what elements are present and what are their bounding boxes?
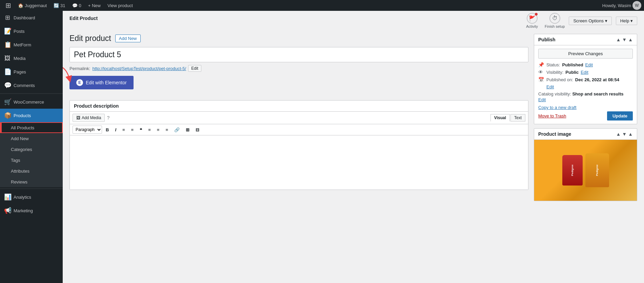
posts-icon: 📝 [4,27,11,35]
products-icon: 📦 [4,112,11,119]
edit-with-elementor-button[interactable]: E Edit with Elementor [69,76,134,89]
marketing-icon: 📢 [4,207,11,214]
sidebar-sub-all-products[interactable]: All Products [0,122,63,133]
sidebar-sub-reviews[interactable]: Reviews [0,176,63,187]
woocommerce-icon: 🛒 [4,98,11,106]
page-header-title: Edit Product [69,13,98,21]
bold-button[interactable]: B [103,126,111,134]
help-question-icon[interactable]: ? [107,115,109,121]
sidebar-sub-categories[interactable]: Categories [0,144,63,155]
sidebar-item-dashboard[interactable]: ⊞ Dashboard [0,11,63,24]
topbar-howdy: Howdy, Wasim W [602,1,641,10]
metform-icon: 📋 [4,41,11,48]
product-img-collapse[interactable]: ▲ [628,131,633,137]
add-media-icon: 🖼 [76,115,80,120]
product-img-bag2: Pedigree [585,153,609,187]
sidebar-item-analytics[interactable]: 📊 Analytics [0,190,63,204]
topbar-updates[interactable]: 🔄 31 [51,0,68,11]
align-left-button[interactable]: ≡ [146,126,153,134]
visual-tab[interactable]: Visual [490,114,510,122]
insert-table-button[interactable]: ⊞ [183,126,192,134]
products-submenu: All Products Add New Categories Tags Att… [0,122,63,187]
move-to-trash-link[interactable]: Move to Trash [538,113,566,118]
topbar-view-product[interactable]: View product [105,0,136,11]
paragraph-select[interactable]: Paragraph [73,126,102,134]
chevron-up-button[interactable]: ▲ [616,37,621,42]
content-area: Edit Product 🚩 Activity ⏱ Finish setup [63,11,644,283]
blockquote-button[interactable]: ❝ [137,126,144,134]
align-center-button[interactable]: ≡ [155,126,162,134]
chevron-down-button[interactable]: ▼ [622,37,627,42]
sidebar-item-pages[interactable]: 📄 Pages [0,65,63,79]
help-button[interactable]: Help ▾ [616,17,637,25]
calendar-icon: 📅 [538,77,544,82]
sidebar-sub-tags[interactable]: Tags [0,155,63,166]
product-desc-header: Product description [70,101,528,112]
visual-text-tabs: Visual Text [490,114,525,122]
align-right-button[interactable]: ≡ [163,126,170,134]
product-image-chevrons: ▲ ▼ ▲ [616,131,633,137]
product-description-box: Product description 🖼 Add Media ? Visual… [69,100,528,190]
format-toolbar: Paragraph B I ≡ ≡ ❝ ≡ ≡ ≡ 🔗 ⊞ ⊟ [70,124,528,135]
publish-box-header: Publish ▲ ▼ ▲ [534,34,637,45]
page-main-title: Edit product [69,34,111,43]
sidebar-item-metform[interactable]: 📋 MetForm [0,38,63,51]
preview-changes-button[interactable]: Preview Changes [538,49,633,59]
status-edit-link[interactable]: Edit [585,62,593,67]
wp-logo-icon[interactable]: ⊞ [3,1,14,9]
fullscreen-button[interactable]: ⊟ [193,126,202,134]
edit-product-area: Edit product Add New Permalink: http://l… [63,28,644,283]
product-title-input[interactable] [69,47,528,62]
product-image-box: Product image ▲ ▼ ▲ Pedigree Pedigree [534,128,637,201]
topbar-new[interactable]: + New [85,0,103,11]
ordered-list-button[interactable]: ≡ [129,126,136,134]
status-icon: 📌 [538,62,544,67]
permalink-row: Permalink: http://localhost/SetupTest/pr… [69,65,528,72]
page-title-row: Edit product Add New [69,34,528,43]
main-column: Edit product Add New Permalink: http://l… [69,34,528,278]
sidebar: ⊞ Dashboard 📝 Posts 📋 MetForm 🖼 Media 📄 … [0,11,63,283]
add-new-button[interactable]: Add New [115,35,141,42]
status-row: 📌 Status: Published Edit [538,62,633,67]
italic-button[interactable]: I [113,126,119,134]
sidebar-sub-add-new[interactable]: Add New [0,133,63,144]
sidebar-item-woocommerce[interactable]: 🛒 WooCommerce [0,95,63,109]
permalink-edit-button[interactable]: Edit [188,65,201,72]
permalink-link[interactable]: http://localhost/SetupTest/product/pet-p… [92,66,186,71]
publish-box-body: Preview Changes 📌 Status: Published Edit… [534,45,637,124]
published-on-row: 📅 Published on: Dec 26, 2022 at 08:54 [538,77,633,82]
elementor-section: E Edit with Elementor [69,76,134,95]
topbar-comments[interactable]: 💬 0 [69,0,84,11]
link-button[interactable]: 🔗 [172,126,182,134]
trash-update-row: Move to Trash Update [538,111,633,121]
topbar-site-name[interactable]: 🏠 Juggernaut [15,0,49,11]
finish-setup-icon: ⏱ [549,13,560,24]
text-tab[interactable]: Text [510,114,525,122]
product-img-bag1: Pedigree [562,155,583,186]
product-img-chevron-down[interactable]: ▼ [622,131,627,137]
product-image-header: Product image ▲ ▼ ▲ [534,129,637,140]
product-img-chevron-up[interactable]: ▲ [616,131,621,137]
add-media-button[interactable]: 🖼 Add Media [73,114,105,122]
sidebar-item-media[interactable]: 🖼 Media [0,51,63,65]
unordered-list-button[interactable]: ≡ [120,126,127,134]
publish-box-chevrons: ▲ ▼ ▲ [616,37,633,42]
sidebar-item-posts[interactable]: 📝 Posts [0,24,63,38]
activity-button[interactable]: 🚩 Activity [526,13,538,28]
sidebar-item-comments[interactable]: 💬 Comments [0,79,63,92]
product-image-preview[interactable]: Pedigree Pedigree [534,140,637,201]
update-button[interactable]: Update [607,111,633,121]
chevron-collapse-button[interactable]: ▲ [628,37,633,42]
visibility-edit-link[interactable]: Edit [581,70,588,75]
finish-setup-button[interactable]: ⏱ Finish setup [545,13,565,28]
product-desc-textarea[interactable] [70,135,528,190]
sidebar-item-products[interactable]: 📦 Products [0,109,63,122]
catalog-edit-link[interactable]: Edit [538,97,633,102]
published-edit-link[interactable]: Edit [538,84,633,89]
sidebar-sub-attributes[interactable]: Attributes [0,166,63,176]
sidebar-item-marketing[interactable]: 📢 Marketing [0,204,63,217]
pages-icon: 📄 [4,68,11,75]
screen-options-button[interactable]: Screen Options ▾ [569,17,611,25]
copy-to-draft-link[interactable]: Copy to a new draft [538,105,633,110]
desc-toolbar-top: 🖼 Add Media ? Visual Text [70,112,528,124]
